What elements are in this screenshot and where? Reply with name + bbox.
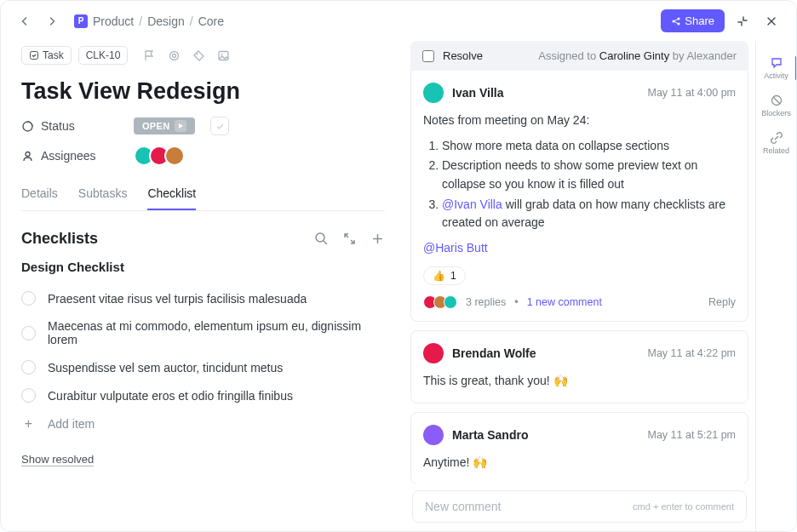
- check-circle[interactable]: [21, 326, 36, 340]
- resolve-label[interactable]: Resolve: [443, 49, 483, 62]
- tab-details[interactable]: Details: [21, 178, 58, 210]
- comment-time: May 11 at 4:00 pm: [647, 87, 736, 99]
- comment-author[interactable]: Marta Sandro: [452, 428, 528, 442]
- comment-text: This is great, thank you! 🙌: [423, 372, 736, 391]
- breadcrumb-product[interactable]: Product: [93, 14, 134, 28]
- share-button[interactable]: Share: [661, 9, 725, 32]
- rail-label: Blockers: [761, 109, 791, 117]
- product-icon: P: [74, 14, 88, 28]
- checklist-item[interactable]: Maecenas at mi commodo, elementum ipsum …: [21, 312, 385, 353]
- block-icon: [770, 94, 783, 107]
- mention[interactable]: @Haris Butt: [423, 241, 488, 255]
- comment-composer[interactable]: New comment cmd + enter to comment: [412, 490, 747, 523]
- check-circle[interactable]: [21, 360, 36, 375]
- nav-back[interactable]: [14, 11, 35, 31]
- assignee-link[interactable]: Caroline Ginty: [599, 49, 669, 62]
- replies-count[interactable]: 3 replies: [466, 296, 506, 308]
- person-icon: [21, 150, 34, 163]
- reply-avatars: [423, 295, 457, 309]
- link-icon: [770, 131, 783, 145]
- task-type-pill[interactable]: Task: [21, 46, 72, 65]
- composer-hint: cmd + enter to comment: [633, 501, 734, 512]
- reply-button[interactable]: Reply: [708, 296, 736, 308]
- list-item: @Ivan Villa will grab data on how many c…: [442, 196, 736, 232]
- task-type-label: Task: [43, 49, 64, 61]
- thumbs-up-icon: 👍: [433, 270, 445, 282]
- reaction-count: 1: [450, 270, 456, 282]
- checklist-item-text: Suspendisse vel sem auctor, tincidunt me…: [48, 361, 283, 375]
- mention[interactable]: @Ivan Villa: [442, 197, 502, 211]
- checklist-item-text: Maecenas at mi commodo, elementum ipsum …: [48, 319, 385, 346]
- rail-blockers[interactable]: Blockers: [756, 89, 797, 123]
- task-id-pill[interactable]: CLK-10: [78, 46, 129, 65]
- list-item: Description needs to show some preview t…: [442, 157, 736, 193]
- svg-rect-3: [31, 52, 38, 60]
- svg-point-6: [197, 53, 198, 54]
- checklist-item[interactable]: Suspendisse vel sem auctor, tincidunt me…: [21, 353, 385, 381]
- close-icon[interactable]: [760, 10, 783, 32]
- status-check-button[interactable]: [210, 117, 229, 135]
- breadcrumb-design[interactable]: Design: [147, 14, 185, 28]
- tab-subtasks[interactable]: Subtasks: [78, 178, 128, 210]
- rail-label: Related: [763, 146, 789, 155]
- comment-icon: [770, 56, 783, 70]
- status-play-icon: [175, 120, 186, 132]
- tag-icon[interactable]: [192, 49, 205, 62]
- plus-icon: +: [21, 416, 36, 431]
- check-circle[interactable]: [21, 388, 36, 403]
- resolve-checkbox[interactable]: [422, 50, 434, 62]
- svg-point-8: [221, 54, 223, 55]
- resolve-bar: Resolve Assigned to Caroline Ginty by Al…: [410, 41, 748, 71]
- comment: Marta Sandro May 11 at 5:21 pm Anytime! …: [410, 412, 748, 484]
- breadcrumb: P Product / Design / Core: [74, 14, 654, 28]
- checklist-item-text: Praesent vitae risus vel turpis facilisi…: [48, 292, 307, 306]
- nav-forward[interactable]: [42, 11, 62, 31]
- svg-point-11: [316, 233, 324, 242]
- assignees-label: Assignees: [21, 149, 123, 163]
- avatar[interactable]: [423, 425, 444, 445]
- target-icon[interactable]: [168, 49, 181, 62]
- comment-author[interactable]: Brendan Wolfe: [452, 346, 536, 360]
- assignee-avatars[interactable]: [134, 146, 185, 166]
- image-icon[interactable]: [217, 49, 230, 62]
- add-item-button[interactable]: + Add item: [21, 409, 385, 438]
- comment-time: May 11 at 5:21 pm: [647, 429, 736, 441]
- new-comments-link[interactable]: 1 new comment: [527, 296, 602, 308]
- flag-icon[interactable]: [143, 49, 156, 62]
- show-resolved-link[interactable]: Show resolved: [21, 453, 94, 466]
- collapse-icon[interactable]: [731, 10, 754, 32]
- comment-text: Anytime! 🙌: [423, 454, 736, 472]
- checklist-name[interactable]: Design Checklist: [21, 260, 385, 274]
- status-badge[interactable]: OPEN: [134, 117, 195, 134]
- checklist-item[interactable]: Curabitur vulputate eros et odio fringil…: [21, 381, 385, 409]
- svg-point-10: [26, 152, 30, 156]
- task-icon: [29, 50, 39, 60]
- avatar[interactable]: [423, 343, 444, 363]
- add-checklist-icon[interactable]: [370, 232, 385, 246]
- checklist-item-text: Curabitur vulputate eros et odio fringil…: [48, 389, 293, 403]
- comment-author[interactable]: Ivan Villa: [452, 86, 503, 100]
- task-title[interactable]: Task View Redesign: [21, 78, 385, 105]
- svg-point-4: [170, 51, 179, 60]
- reaction-button[interactable]: 👍 1: [423, 266, 466, 285]
- add-item-label: Add item: [48, 417, 95, 431]
- rail-activity[interactable]: Activity: [756, 51, 797, 85]
- breadcrumb-core[interactable]: Core: [198, 14, 224, 28]
- tab-checklist[interactable]: Checklist: [147, 178, 196, 210]
- checklist-item[interactable]: Praesent vitae risus vel turpis facilisi…: [21, 284, 385, 312]
- list-item: Show more meta data on collapse sections: [442, 137, 736, 156]
- composer-placeholder: New comment: [425, 500, 501, 513]
- comment-text: Notes from meeting on May 24:: [423, 112, 736, 130]
- check-circle[interactable]: [21, 291, 36, 306]
- rail-related[interactable]: Related: [756, 126, 797, 160]
- svg-point-5: [173, 54, 176, 57]
- search-icon[interactable]: [314, 232, 329, 246]
- expand-icon[interactable]: [342, 232, 357, 246]
- share-icon: [671, 16, 681, 26]
- avatar[interactable]: [423, 83, 444, 103]
- comment: Ivan Villa May 11 at 4:00 pm Notes from …: [410, 71, 748, 322]
- status-label: Status: [21, 119, 123, 133]
- status-icon: [21, 120, 34, 133]
- assigned-text: Assigned to Caroline Ginty by Alexander: [538, 49, 737, 62]
- rail-label: Activity: [764, 72, 788, 80]
